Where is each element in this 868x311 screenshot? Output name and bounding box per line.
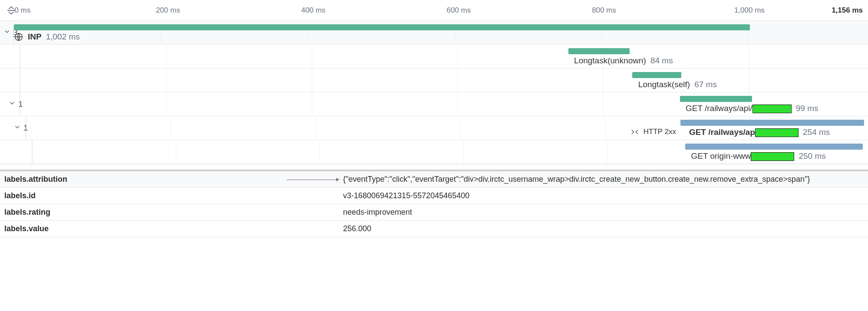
redacted-segment — [752, 105, 792, 113]
http-status: HTTP 2xx — [644, 128, 676, 136]
ruler-tick: 200 ms — [156, 6, 180, 15]
span-label: GET /railways/api/99 ms — [686, 104, 818, 113]
time-ruler: 0 ms200 ms400 ms600 ms800 ms1,000 ms1,15… — [0, 0, 868, 21]
ruler-tick: 1,000 ms — [734, 6, 765, 15]
ruler-tick: 1,156 ms — [832, 6, 863, 15]
globe-icon — [14, 32, 23, 42]
ruler-tick: 600 ms — [446, 6, 471, 15]
row-track: HTTP 2xxGET /railways/ap254 ms — [26, 116, 863, 140]
row-track: Longtask(unknown)84 ms — [20, 45, 863, 68]
details-row: labels.idv3-1680069421315-5572045465400 — [0, 188, 868, 204]
row-track: GET /railways/api/99 ms — [20, 92, 863, 116]
span-name: GET /railways/api/ — [686, 104, 792, 113]
details-key: labels.id — [4, 191, 343, 200]
ruler-tick: 800 ms — [592, 6, 616, 15]
span-label: Longtask(unknown)84 ms — [574, 56, 673, 65]
span-bar[interactable] — [685, 144, 863, 150]
details-key: labels.attribution — [4, 175, 343, 184]
span-bar[interactable] — [632, 72, 681, 78]
span-bar[interactable] — [568, 48, 630, 54]
timeline-row: Longtask(unknown)84 ms — [0, 45, 868, 69]
http-direction-icon — [630, 128, 639, 136]
span-label: INP1,002 ms — [14, 32, 80, 42]
row-gutter — [0, 140, 32, 164]
details-row: labels.ratingneeds-improvement — [0, 204, 868, 221]
ruler-tick: 0 ms — [15, 6, 31, 15]
details-row: labels.value256.000 — [0, 221, 868, 237]
chevron-down-icon[interactable] — [3, 28, 10, 37]
redacted-segment — [751, 152, 794, 161]
span-name: GET origin-www — [691, 151, 794, 161]
span-bar[interactable] — [14, 24, 750, 30]
row-gutter — [0, 69, 20, 92]
span-duration: 1,002 ms — [46, 32, 80, 42]
span-bar[interactable] — [680, 96, 752, 102]
row-gutter[interactable]: 1 — [0, 92, 20, 116]
chevron-down-icon[interactable] — [9, 99, 16, 109]
timeline-row[interactable]: 3INP1,002 ms — [0, 21, 868, 45]
details-value: v3-1680069421315-5572045465400 — [343, 191, 864, 200]
row-gutter[interactable]: 1 — [0, 116, 26, 140]
span-label: GET origin-www250 ms — [691, 151, 825, 161]
timeline-row[interactable]: 1HTTP 2xxGET /railways/ap254 ms — [0, 116, 868, 140]
details-key: labels.value — [4, 224, 343, 233]
row-track: Longtask(self)67 ms — [20, 69, 863, 92]
details-table: labels.attribution{"eventType":"click","… — [0, 170, 868, 237]
span-name: Longtask(unknown) — [574, 56, 646, 65]
timeline-row[interactable]: 1GET /railways/api/99 ms — [0, 92, 868, 116]
ruler-tick: 400 ms — [301, 6, 326, 15]
timeline-row: GET origin-www250 ms — [0, 140, 868, 164]
row-gutter — [0, 45, 20, 68]
span-bar[interactable] — [680, 120, 864, 126]
ruler-track: 0 ms200 ms400 ms600 ms800 ms1,000 ms1,15… — [23, 0, 863, 20]
row-track: INP1,002 ms — [14, 21, 863, 44]
details-value: 256.000 — [343, 224, 864, 233]
timeline-row: Longtask(self)67 ms — [0, 69, 868, 92]
span-duration: 99 ms — [796, 104, 818, 113]
details-key: labels.rating — [4, 208, 343, 217]
span-label: Longtask(self)67 ms — [638, 80, 717, 89]
timeline: 0 ms200 ms400 ms600 ms800 ms1,000 ms1,15… — [0, 0, 868, 164]
span-duration: 254 ms — [803, 128, 830, 137]
span-name: Longtask(self) — [638, 80, 690, 89]
chevron-down-icon[interactable] — [14, 123, 21, 133]
details-row: labels.attribution{"eventType":"click","… — [0, 171, 868, 188]
row-track: GET origin-www250 ms — [32, 140, 863, 164]
details-value: needs-improvement — [343, 208, 864, 217]
row-gutter[interactable]: 3 — [0, 21, 14, 44]
span-duration: 84 ms — [650, 56, 673, 65]
span-name: INP — [28, 32, 42, 42]
span-name: GET /railways/ap — [689, 128, 799, 137]
redacted-segment — [755, 128, 799, 137]
span-duration: 250 ms — [799, 151, 825, 161]
details-value: {"eventType":"click","eventTarget":"div>… — [343, 175, 864, 184]
timeline-rows: 3INP1,002 msLongtask(unknown)84 msLongta… — [0, 21, 868, 164]
connector-arrow-icon — [287, 180, 339, 180]
span-duration: 67 ms — [694, 80, 717, 89]
